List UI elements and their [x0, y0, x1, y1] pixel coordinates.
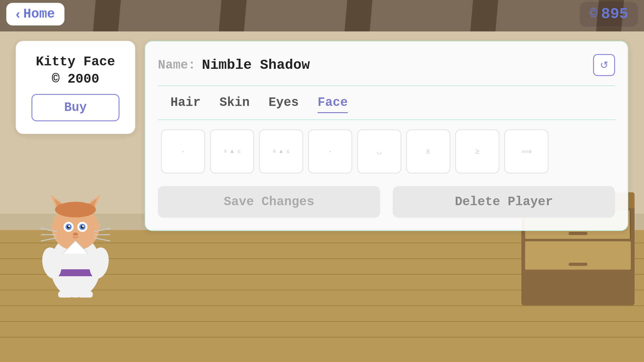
floor-plank [0, 321, 644, 322]
face-symbol-1: · [181, 147, 185, 156]
face-symbol-2: ≡ ▲ ≤ [224, 148, 241, 155]
face-option-6[interactable]: ε [406, 129, 450, 173]
face-option-5[interactable]: ◡ [357, 129, 401, 173]
cat-svg [31, 159, 119, 298]
face-option-2[interactable]: ≡ ▲ ≤ [210, 129, 254, 173]
floor-plank [0, 337, 644, 337]
save-changes-button[interactable]: Save Changes [158, 186, 380, 218]
item-card: Kitty Face © 2000 Buy [16, 41, 135, 134]
navbar: ‹ Home © 895 [0, 0, 644, 28]
dresser-drawer-2 [525, 241, 631, 270]
dresser-divider-1 [630, 211, 631, 239]
tab-eyes[interactable]: Eyes [269, 96, 299, 113]
face-option-1[interactable]: · [161, 129, 205, 173]
svg-point-19 [68, 225, 70, 227]
drawer-handle-1 [569, 232, 587, 235]
svg-rect-25 [58, 291, 72, 298]
tab-hair[interactable]: Hair [170, 96, 201, 113]
svg-point-21 [73, 233, 78, 236]
back-chevron-icon: ‹ [16, 7, 20, 22]
face-symbol-6: ε [426, 147, 430, 156]
svg-point-20 [82, 225, 84, 227]
tab-skin[interactable]: Skin [219, 96, 250, 113]
currency-display: © 895 [580, 2, 638, 26]
svg-line-12 [94, 238, 110, 241]
face-symbol-4: · [328, 147, 332, 156]
svg-rect-26 [79, 291, 93, 298]
face-symbol-7: ≥ [475, 147, 480, 156]
tab-face[interactable]: Face [318, 96, 348, 113]
home-label: Home [23, 7, 55, 22]
delete-player-button[interactable]: Delete Player [393, 186, 615, 218]
face-option-3[interactable]: ≡ ▲ ≤ [259, 129, 303, 173]
cat-character [31, 159, 119, 299]
face-symbol-8: ⟹ [521, 147, 532, 156]
face-symbol-3: ≡ ▲ ≤ [273, 148, 290, 155]
face-option-7[interactable]: ≥ [455, 129, 499, 173]
tabs-row: Hair Skin Eyes Face [158, 96, 615, 120]
options-grid: · ≡ ▲ ≤ ≡ ▲ ≤ · ◡ ε ≥ ⟹ [158, 129, 615, 173]
svg-line-9 [41, 238, 57, 241]
refresh-button[interactable]: ↺ [593, 54, 615, 76]
svg-point-6 [55, 202, 96, 217]
home-button[interactable]: ‹ Home [6, 3, 64, 25]
name-value: Nimble Shadow [202, 57, 587, 73]
drawer-handle-2 [569, 263, 587, 266]
main-panel: Name: Nimble Shadow ↺ Hair Skin Eyes Fac… [145, 41, 628, 231]
name-label: Name: [158, 58, 196, 72]
face-option-8[interactable]: ⟹ [504, 129, 548, 173]
item-title: Kitty Face © 2000 [36, 53, 115, 88]
face-option-4[interactable]: · [308, 129, 352, 173]
currency-icon: © [589, 7, 597, 22]
buy-button[interactable]: Buy [31, 94, 119, 121]
name-row: Name: Nimble Shadow ↺ [158, 54, 615, 86]
floor-plank [0, 305, 644, 306]
action-row: Save Changes Delete Player [158, 186, 615, 218]
currency-amount: 895 [601, 6, 628, 23]
face-symbol-5: ◡ [377, 147, 381, 156]
